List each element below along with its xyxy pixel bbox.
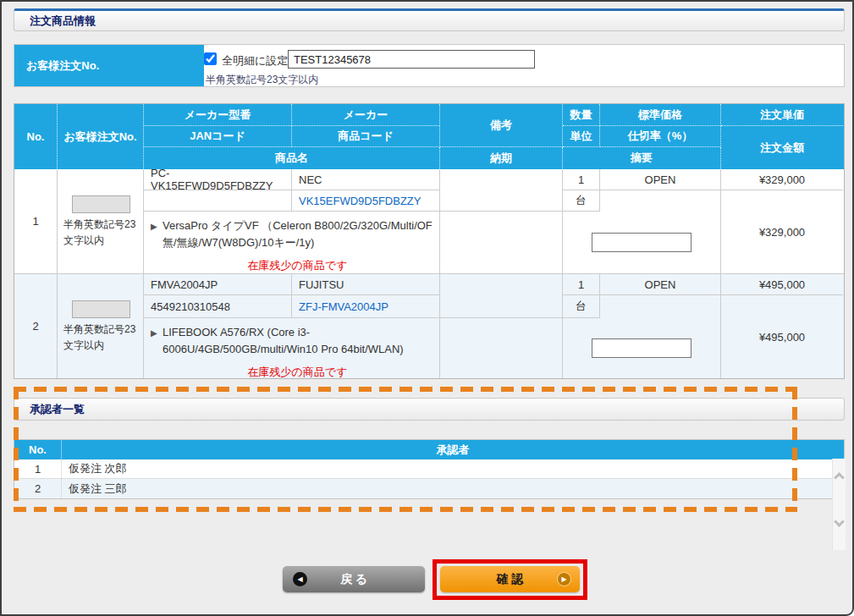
- confirm-button-label: 確 認: [497, 572, 524, 587]
- product-row-1: 1 半角英数記号23文字以内 PC-VK15EFWD9D5FDBZZY NEC …: [14, 169, 844, 273]
- cell-jan-code: [144, 190, 292, 212]
- back-button-label: 戻 る: [340, 572, 367, 587]
- header-delivery: 納期: [440, 147, 563, 169]
- header-std-price: 標準価格: [600, 104, 721, 126]
- cell-product-name: ▶ VersaPro タイプVF （Celeron B800/2G/320G/M…: [144, 212, 440, 273]
- approver-scrollbar[interactable]: [832, 459, 846, 550]
- product-table: No. お客様注文No. メーカー型番 メーカー 備考 数量 標準価格 注文単価…: [14, 103, 845, 379]
- approver-name: 仮発注 次郎: [62, 459, 844, 478]
- order-entry-page: 注文商品情報 お客様注文No. 全明細に設定 半角英数記号23文字以内 No. …: [0, 0, 854, 616]
- cell-order-amount: ¥329,000: [721, 190, 843, 273]
- cell-jan-code: 4549210310548: [144, 295, 292, 318]
- stock-warning-text: 在庫残少の商品です: [248, 364, 348, 381]
- header-maker: メーカー: [292, 104, 440, 126]
- cell-maker-model: PC-VK15EFWD9D5FDBZZY: [144, 169, 292, 190]
- cell-std-price: OPEN: [600, 274, 721, 295]
- confirm-arrow-icon: ▶: [557, 572, 571, 586]
- approver-header-name: 承認者: [62, 440, 844, 459]
- approver-header-no: No.: [14, 440, 62, 459]
- header-order-unit-price: 注文単価: [721, 104, 843, 126]
- header-remarks: 備考: [440, 104, 563, 147]
- scroll-up-icon[interactable]: [834, 472, 845, 483]
- back-button[interactable]: ◀ 戻 る: [283, 566, 425, 592]
- approver-title: 承認者一覧: [30, 402, 85, 417]
- cell-remarks: [440, 169, 563, 212]
- approver-no: 1: [14, 459, 62, 478]
- customer-order-no-panel: お客様注文No. 全明細に設定 半角英数記号23文字以内: [14, 44, 845, 87]
- confirm-button[interactable]: 確 認 ▶: [440, 566, 580, 592]
- header-summary: 摘要: [563, 147, 721, 169]
- cell-summary: [563, 212, 721, 273]
- cell-delivery: [440, 212, 563, 273]
- header-unit: 単位: [563, 126, 600, 147]
- cell-product-name: ▶ LIFEBOOK A576/RX (Core i3-6006U/4GB/50…: [144, 318, 440, 378]
- approver-section-header: 承認者一覧: [14, 398, 845, 421]
- product-name-text: VersaPro タイプVF （Celeron B800/2G/320G/Mul…: [163, 217, 433, 250]
- approver-name: 仮発注 三郎: [62, 479, 844, 498]
- annotation-dashed-border-top: [14, 387, 797, 392]
- cell-unit: 台: [563, 190, 600, 212]
- cell-remarks: [440, 274, 563, 318]
- customer-order-no-line-input[interactable]: [72, 195, 130, 213]
- line-input-helper: 半角英数記号23文字以内: [62, 322, 139, 353]
- scroll-down-icon[interactable]: [834, 516, 845, 527]
- header-order-amount: 注文金額: [721, 126, 843, 169]
- cell-customer-order-no: 半角英数記号23文字以内: [58, 274, 144, 378]
- product-bullet-icon: ▶: [151, 217, 163, 250]
- header-maker-model: メーカー型番: [144, 104, 292, 126]
- back-arrow-icon: ◀: [293, 572, 307, 586]
- cell-order-unit-price: ¥495,000: [721, 274, 843, 295]
- apply-all-lines-checkbox[interactable]: [204, 52, 217, 65]
- approver-row: 1 仮発注 次郎: [14, 459, 844, 479]
- order-info-section-header: 注文商品情報: [14, 8, 845, 31]
- cell-order-unit-price: ¥329,000: [721, 169, 843, 190]
- cell-rate: [600, 190, 721, 212]
- cell-order-amount: ¥495,000: [721, 295, 843, 378]
- header-no: No.: [14, 104, 58, 169]
- header-rate: 仕切率（%）: [600, 126, 721, 147]
- cell-rate: [600, 295, 721, 318]
- annotation-dashed-border-right: [792, 387, 797, 512]
- customer-order-no-line-input[interactable]: [72, 300, 130, 318]
- cell-no: 1: [14, 169, 58, 273]
- cell-delivery: [440, 318, 563, 378]
- summary-input[interactable]: [592, 233, 691, 252]
- apply-all-lines-label: 全明細に設定: [222, 53, 288, 69]
- order-info-title: 注文商品情報: [30, 14, 96, 29]
- header-product-code: 商品コード: [292, 126, 440, 147]
- product-code-link[interactable]: VK15EFWD9D5FDBZZY: [292, 190, 440, 212]
- product-code-link[interactable]: ZFJ-FMVA2004JP: [292, 295, 440, 318]
- annotation-dashed-border-left: [14, 387, 19, 512]
- cell-quantity: 1: [563, 169, 600, 190]
- cell-unit: 台: [563, 295, 600, 318]
- approver-row: 2 仮発注 三郎: [14, 479, 844, 498]
- cell-quantity: 1: [563, 274, 600, 295]
- product-bullet-icon: ▶: [151, 324, 163, 357]
- customer-order-no-label: お客様注文No.: [14, 45, 204, 86]
- header-customer-order-no: お客様注文No.: [58, 104, 144, 169]
- cell-no: 2: [14, 274, 58, 378]
- product-table-header: No. お客様注文No. メーカー型番 メーカー 備考 数量 標準価格 注文単価…: [14, 104, 844, 169]
- summary-input[interactable]: [592, 338, 691, 358]
- cell-summary: [563, 318, 721, 378]
- customer-order-no-helper: 半角英数記号23文字以内: [206, 73, 318, 87]
- header-quantity: 数量: [563, 104, 600, 126]
- approver-table-header: No. 承認者: [14, 440, 844, 459]
- customer-order-no-input[interactable]: [288, 50, 535, 69]
- cell-maker: FUJITSU: [292, 274, 440, 295]
- cell-customer-order-no: 半角英数記号23文字以内: [58, 169, 144, 273]
- annotation-dashed-border-bottom: [14, 507, 797, 512]
- cell-maker: NEC: [292, 169, 440, 190]
- product-name-text: LIFEBOOK A576/RX (Core i3-6006U/4GB/500G…: [163, 324, 433, 357]
- product-row-2: 2 半角英数記号23文字以内 FMVA2004JP FUJITSU 1 OPEN…: [14, 273, 844, 378]
- line-input-helper: 半角英数記号23文字以内: [62, 217, 139, 248]
- header-jan-code: JANコード: [144, 126, 292, 147]
- cell-maker-model: FMVA2004JP: [144, 274, 292, 295]
- cell-std-price: OPEN: [600, 169, 721, 190]
- approver-table: No. 承認者 1 仮発注 次郎 2 仮発注 三郎: [14, 439, 845, 499]
- stock-warning-text: 在庫残少の商品です: [248, 257, 348, 274]
- approver-no: 2: [14, 479, 62, 498]
